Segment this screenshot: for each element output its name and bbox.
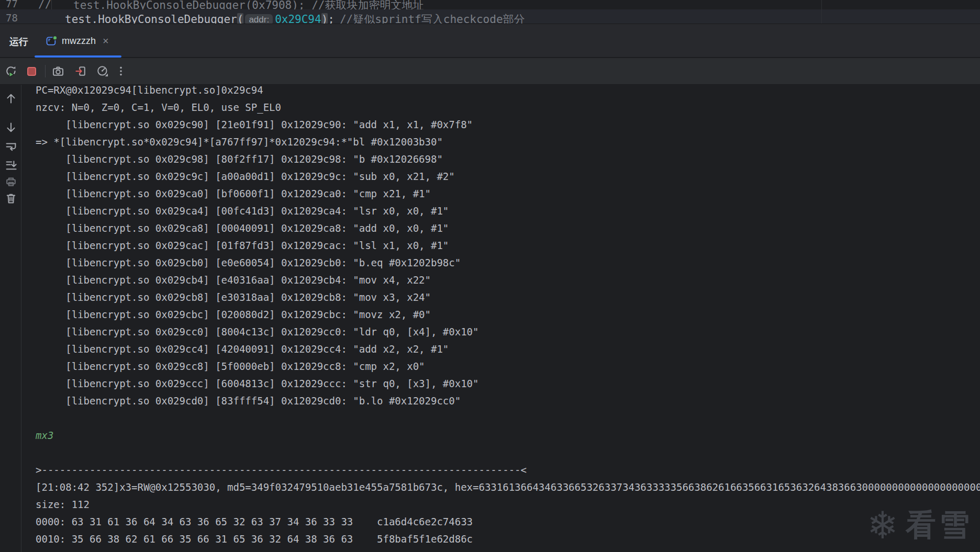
console-line: PC=RX@0x12029c94[libencrypt.so]0x29c94 <box>36 85 980 99</box>
up-button[interactable] <box>4 92 18 105</box>
console-line: >---------------------------------------… <box>36 461 980 479</box>
clear-all-button[interactable] <box>4 191 18 205</box>
run-toolbar <box>0 58 980 85</box>
console-line: [libencrypt.so 0x029cc0] [8004c13c] 0x12… <box>36 323 980 341</box>
line-number-78: 78 <box>0 12 18 24</box>
console-left-toolbar <box>0 85 21 552</box>
run-toolwindow-header: 运行 mwzzzh × <box>0 24 980 58</box>
paren-close: ) <box>321 13 328 24</box>
toolwindow-title[interactable]: 运行 <box>9 36 28 48</box>
console-line: mx3 <box>36 427 980 444</box>
console-line: [libencrypt.so 0x029ca8] [00040091] 0x12… <box>36 220 980 237</box>
editor-pane[interactable]: 77 // test.HookByConsoleDebugger(0x7908)… <box>0 0 980 24</box>
console-line <box>36 410 980 427</box>
toolbar-separator <box>45 65 46 77</box>
line-number-77: 77 <box>0 0 18 9</box>
kebab-menu-icon <box>115 65 127 77</box>
print-button[interactable] <box>4 175 18 188</box>
kanxue-watermark: ❄ 看雪 <box>867 505 973 546</box>
camera-icon <box>52 65 64 77</box>
scroll-to-end-icon <box>5 159 17 172</box>
run-console-icon <box>46 36 57 47</box>
console-line: => *[libencrypt.so*0x029c94]*[a767ff97]*… <box>36 133 980 151</box>
profiler-button[interactable] <box>96 64 109 78</box>
right-margin-guide <box>821 0 822 24</box>
console-line: [libencrypt.so 0x029cc8] [5f0000eb] 0x12… <box>36 358 980 375</box>
screenshot-button[interactable] <box>51 64 65 78</box>
console-line: 0000: 63 31 61 36 64 34 63 36 65 32 63 3… <box>36 513 980 531</box>
active-tab-indicator <box>35 55 121 58</box>
stop-icon <box>27 67 36 76</box>
paren-open: ( <box>237 13 244 24</box>
trash-icon <box>5 192 17 205</box>
console-line: size: 112 <box>36 496 980 513</box>
console-line: [libencrypt.so 0x029ca4] [00fc41d3] 0x12… <box>36 202 980 220</box>
attach-button[interactable] <box>74 64 87 78</box>
attach-arrow-icon <box>74 65 87 77</box>
arrow-down-icon <box>5 121 17 134</box>
watermark-text: 看雪 <box>906 505 973 546</box>
scroll-to-end-button[interactable] <box>4 159 18 172</box>
hex-literal: 0x29C94 <box>275 13 321 24</box>
editor-line-77: 77 // test.HookByConsoleDebugger(0x7908)… <box>0 0 980 9</box>
close-icon[interactable]: × <box>103 35 109 47</box>
console-line: 0010: 35 66 38 62 61 66 35 66 31 65 36 3… <box>36 531 980 548</box>
editor-line-78-current: 78 test.HookByConsoleDebugger(addr:0x29C… <box>0 9 980 24</box>
gauge-icon <box>96 65 109 77</box>
console-line: [21:08:42 352]x3=RW@0x12553030, md5=349f… <box>36 479 980 496</box>
indent-guide <box>51 0 52 9</box>
down-button[interactable] <box>4 121 18 134</box>
trailing-comment: //疑似sprintf写入checkcode部分 <box>340 12 525 24</box>
stop-button[interactable] <box>25 64 38 78</box>
console-line: [libencrypt.so 0x029cac] [01f87fd3] 0x12… <box>36 237 980 254</box>
console-line: [libencrypt.so 0x029cd0] [83ffff54] 0x12… <box>36 392 980 410</box>
tab-mwzzzh[interactable]: mwzzzh × <box>35 24 121 58</box>
more-options-button[interactable] <box>114 64 128 78</box>
console-lines: PC=RX@0x12029c94[libencrypt.so]0x29c94nz… <box>36 85 980 548</box>
rerun-button[interactable] <box>4 64 18 78</box>
printer-icon <box>5 175 17 188</box>
arrow-up-icon <box>5 92 17 105</box>
method-call: test.HookByConsoleDebugger <box>65 13 237 24</box>
tab-label: mwzzzh <box>62 36 96 47</box>
soft-wrap-icon <box>5 140 17 153</box>
console-line: [libencrypt.so 0x029ccc] [6004813c] 0x12… <box>36 375 980 392</box>
ide-screen: 77 // test.HookByConsoleDebugger(0x7908)… <box>0 0 980 552</box>
snowflake-icon: ❄ <box>867 506 898 544</box>
comment-marker: // <box>38 0 51 10</box>
console-line: [libencrypt.so 0x029c90] [21e01f91] 0x12… <box>36 116 980 133</box>
console-line: [libencrypt.so 0x029cb8] [e30318aa] 0x12… <box>36 289 980 306</box>
console-output[interactable]: PC=RX@0x12029c94[libencrypt.so]0x29c94nz… <box>22 85 980 552</box>
console-line: [libencrypt.so 0x029c98] [80f2ff17] 0x12… <box>36 151 980 168</box>
console-line: nzcv: N=0, Z=0, C=1, V=0, EL0, use SP_EL… <box>36 99 980 116</box>
console-line: [libencrypt.so 0x029cc4] [42040091] 0x12… <box>36 341 980 358</box>
console-line: [libencrypt.so 0x029cb4] [e40316aa] 0x12… <box>36 272 980 289</box>
console-line: [libencrypt.so 0x029c9c] [a00a00d1] 0x12… <box>36 168 980 185</box>
console-line: [libencrypt.so 0x029cb0] [e0e60054] 0x12… <box>36 254 980 272</box>
console-line: [libencrypt.so 0x029cbc] [020080d2] 0x12… <box>36 306 980 323</box>
soft-wrap-button[interactable] <box>4 140 18 153</box>
console-line: [libencrypt.so 0x029ca0] [bf0600f1] 0x12… <box>36 185 980 202</box>
inline-parameter-hint: addr: <box>245 14 273 24</box>
semicolon: ; <box>328 13 335 24</box>
console-line <box>36 444 980 461</box>
